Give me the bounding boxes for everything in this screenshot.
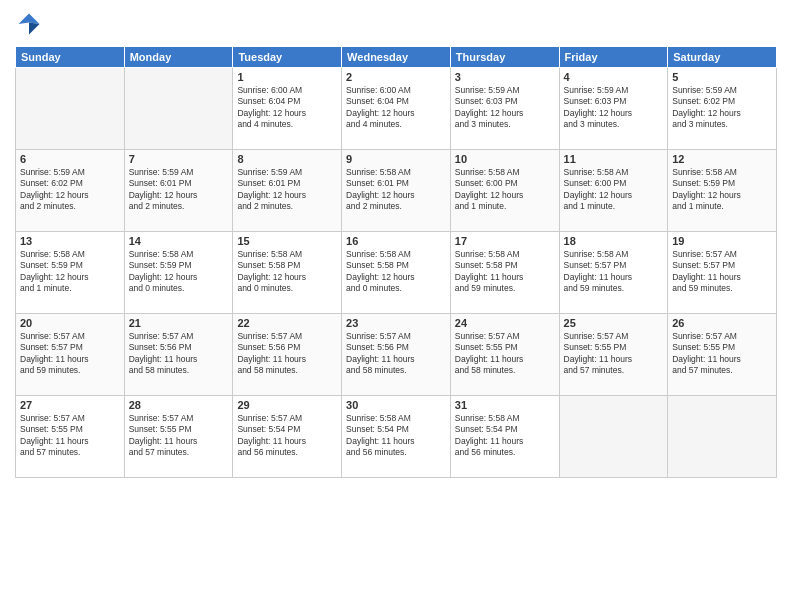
calendar-cell: 8Sunrise: 5:59 AM Sunset: 6:01 PM Daylig…: [233, 150, 342, 232]
calendar-cell: 15Sunrise: 5:58 AM Sunset: 5:58 PM Dayli…: [233, 232, 342, 314]
day-number: 16: [346, 235, 446, 247]
calendar-week-4: 20Sunrise: 5:57 AM Sunset: 5:57 PM Dayli…: [16, 314, 777, 396]
day-number: 1: [237, 71, 337, 83]
calendar-cell: [124, 68, 233, 150]
day-number: 11: [564, 153, 664, 165]
day-number: 31: [455, 399, 555, 411]
calendar-cell: 13Sunrise: 5:58 AM Sunset: 5:59 PM Dayli…: [16, 232, 125, 314]
header-area: [15, 10, 777, 38]
calendar-cell: 3Sunrise: 5:59 AM Sunset: 6:03 PM Daylig…: [450, 68, 559, 150]
day-info: Sunrise: 5:58 AM Sunset: 5:59 PM Dayligh…: [129, 249, 229, 295]
calendar-cell: 2Sunrise: 6:00 AM Sunset: 6:04 PM Daylig…: [342, 68, 451, 150]
day-number: 6: [20, 153, 120, 165]
day-info: Sunrise: 5:58 AM Sunset: 5:57 PM Dayligh…: [564, 249, 664, 295]
day-number: 25: [564, 317, 664, 329]
calendar-cell: 26Sunrise: 5:57 AM Sunset: 5:55 PM Dayli…: [668, 314, 777, 396]
calendar-week-3: 13Sunrise: 5:58 AM Sunset: 5:59 PM Dayli…: [16, 232, 777, 314]
day-info: Sunrise: 5:58 AM Sunset: 5:59 PM Dayligh…: [672, 167, 772, 213]
day-info: Sunrise: 5:58 AM Sunset: 5:58 PM Dayligh…: [237, 249, 337, 295]
day-header-thursday: Thursday: [450, 47, 559, 68]
day-number: 30: [346, 399, 446, 411]
calendar-cell: 9Sunrise: 5:58 AM Sunset: 6:01 PM Daylig…: [342, 150, 451, 232]
day-info: Sunrise: 5:59 AM Sunset: 6:02 PM Dayligh…: [20, 167, 120, 213]
svg-marker-0: [19, 14, 40, 25]
calendar-cell: 11Sunrise: 5:58 AM Sunset: 6:00 PM Dayli…: [559, 150, 668, 232]
day-header-wednesday: Wednesday: [342, 47, 451, 68]
day-header-friday: Friday: [559, 47, 668, 68]
day-info: Sunrise: 5:58 AM Sunset: 5:54 PM Dayligh…: [346, 413, 446, 459]
calendar-cell: 16Sunrise: 5:58 AM Sunset: 5:58 PM Dayli…: [342, 232, 451, 314]
calendar-cell: 30Sunrise: 5:58 AM Sunset: 5:54 PM Dayli…: [342, 396, 451, 478]
day-info: Sunrise: 5:57 AM Sunset: 5:57 PM Dayligh…: [672, 249, 772, 295]
day-number: 27: [20, 399, 120, 411]
day-info: Sunrise: 5:58 AM Sunset: 6:01 PM Dayligh…: [346, 167, 446, 213]
day-number: 7: [129, 153, 229, 165]
calendar-cell: 1Sunrise: 6:00 AM Sunset: 6:04 PM Daylig…: [233, 68, 342, 150]
day-header-monday: Monday: [124, 47, 233, 68]
day-info: Sunrise: 6:00 AM Sunset: 6:04 PM Dayligh…: [237, 85, 337, 131]
calendar-header-row: SundayMondayTuesdayWednesdayThursdayFrid…: [16, 47, 777, 68]
calendar-cell: 31Sunrise: 5:58 AM Sunset: 5:54 PM Dayli…: [450, 396, 559, 478]
day-info: Sunrise: 5:58 AM Sunset: 5:54 PM Dayligh…: [455, 413, 555, 459]
day-info: Sunrise: 5:59 AM Sunset: 6:02 PM Dayligh…: [672, 85, 772, 131]
calendar-cell: 27Sunrise: 5:57 AM Sunset: 5:55 PM Dayli…: [16, 396, 125, 478]
day-number: 3: [455, 71, 555, 83]
day-number: 29: [237, 399, 337, 411]
day-info: Sunrise: 5:57 AM Sunset: 5:57 PM Dayligh…: [20, 331, 120, 377]
day-number: 13: [20, 235, 120, 247]
day-info: Sunrise: 5:58 AM Sunset: 5:58 PM Dayligh…: [346, 249, 446, 295]
day-number: 21: [129, 317, 229, 329]
day-info: Sunrise: 5:57 AM Sunset: 5:55 PM Dayligh…: [20, 413, 120, 459]
calendar-cell: 22Sunrise: 5:57 AM Sunset: 5:56 PM Dayli…: [233, 314, 342, 396]
calendar-cell: 20Sunrise: 5:57 AM Sunset: 5:57 PM Dayli…: [16, 314, 125, 396]
calendar-cell: 12Sunrise: 5:58 AM Sunset: 5:59 PM Dayli…: [668, 150, 777, 232]
svg-marker-1: [29, 23, 40, 35]
day-number: 10: [455, 153, 555, 165]
day-info: Sunrise: 5:57 AM Sunset: 5:55 PM Dayligh…: [672, 331, 772, 377]
day-info: Sunrise: 5:58 AM Sunset: 5:58 PM Dayligh…: [455, 249, 555, 295]
calendar-cell: 24Sunrise: 5:57 AM Sunset: 5:55 PM Dayli…: [450, 314, 559, 396]
day-info: Sunrise: 5:57 AM Sunset: 5:56 PM Dayligh…: [237, 331, 337, 377]
day-number: 4: [564, 71, 664, 83]
day-number: 15: [237, 235, 337, 247]
day-info: Sunrise: 5:59 AM Sunset: 6:01 PM Dayligh…: [237, 167, 337, 213]
day-number: 17: [455, 235, 555, 247]
page: SundayMondayTuesdayWednesdayThursdayFrid…: [0, 0, 792, 488]
day-number: 20: [20, 317, 120, 329]
calendar-body: 1Sunrise: 6:00 AM Sunset: 6:04 PM Daylig…: [16, 68, 777, 478]
logo-icon: [15, 10, 43, 38]
day-number: 5: [672, 71, 772, 83]
day-number: 19: [672, 235, 772, 247]
day-number: 28: [129, 399, 229, 411]
calendar-week-1: 1Sunrise: 6:00 AM Sunset: 6:04 PM Daylig…: [16, 68, 777, 150]
day-number: 23: [346, 317, 446, 329]
day-number: 9: [346, 153, 446, 165]
calendar-cell: 4Sunrise: 5:59 AM Sunset: 6:03 PM Daylig…: [559, 68, 668, 150]
calendar-cell: 14Sunrise: 5:58 AM Sunset: 5:59 PM Dayli…: [124, 232, 233, 314]
day-info: Sunrise: 5:57 AM Sunset: 5:56 PM Dayligh…: [129, 331, 229, 377]
calendar: SundayMondayTuesdayWednesdayThursdayFrid…: [15, 46, 777, 478]
calendar-cell: 19Sunrise: 5:57 AM Sunset: 5:57 PM Dayli…: [668, 232, 777, 314]
day-header-saturday: Saturday: [668, 47, 777, 68]
calendar-cell: 23Sunrise: 5:57 AM Sunset: 5:56 PM Dayli…: [342, 314, 451, 396]
calendar-cell: 28Sunrise: 5:57 AM Sunset: 5:55 PM Dayli…: [124, 396, 233, 478]
day-header-tuesday: Tuesday: [233, 47, 342, 68]
day-header-sunday: Sunday: [16, 47, 125, 68]
day-info: Sunrise: 5:57 AM Sunset: 5:55 PM Dayligh…: [564, 331, 664, 377]
calendar-cell: 17Sunrise: 5:58 AM Sunset: 5:58 PM Dayli…: [450, 232, 559, 314]
day-info: Sunrise: 5:57 AM Sunset: 5:55 PM Dayligh…: [129, 413, 229, 459]
day-number: 8: [237, 153, 337, 165]
calendar-cell: [668, 396, 777, 478]
day-number: 26: [672, 317, 772, 329]
day-info: Sunrise: 5:59 AM Sunset: 6:01 PM Dayligh…: [129, 167, 229, 213]
day-info: Sunrise: 5:57 AM Sunset: 5:54 PM Dayligh…: [237, 413, 337, 459]
calendar-cell: [16, 68, 125, 150]
day-number: 12: [672, 153, 772, 165]
calendar-cell: 6Sunrise: 5:59 AM Sunset: 6:02 PM Daylig…: [16, 150, 125, 232]
day-number: 18: [564, 235, 664, 247]
day-number: 22: [237, 317, 337, 329]
calendar-cell: 7Sunrise: 5:59 AM Sunset: 6:01 PM Daylig…: [124, 150, 233, 232]
day-info: Sunrise: 5:59 AM Sunset: 6:03 PM Dayligh…: [455, 85, 555, 131]
calendar-week-5: 27Sunrise: 5:57 AM Sunset: 5:55 PM Dayli…: [16, 396, 777, 478]
day-number: 24: [455, 317, 555, 329]
